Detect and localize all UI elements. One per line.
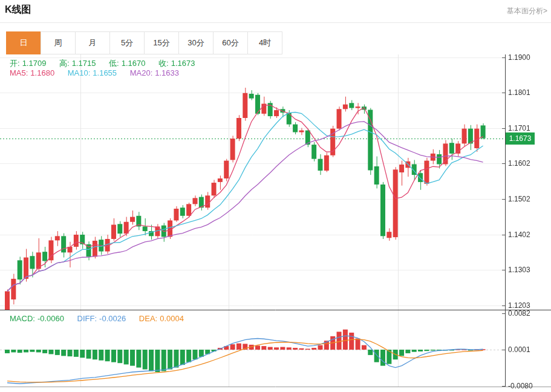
diff-label: DIFF:	[77, 314, 97, 323]
header-divider	[0, 22, 551, 23]
price-axis-tick-label: 1.1701	[508, 124, 530, 132]
open-value: 1.1709	[22, 59, 47, 68]
dea-label: DEA:	[139, 314, 157, 323]
price-axis-tick-label: 1.1303	[508, 266, 530, 274]
interval-tabs: 日周月5分15分30分60分4时	[6, 31, 282, 54]
macd-legend: MACD:-0.0060 DIFF:-0.0026 DEA:0.0004	[10, 314, 195, 323]
price-axis-tick-label: 1.1502	[508, 195, 530, 203]
price-axis-tick-label: 1.1402	[508, 230, 530, 239]
close-value: 1.1673	[171, 59, 195, 68]
ma10-label: MA10:	[68, 68, 91, 77]
tab-week[interactable]: 周	[41, 31, 76, 54]
fundamental-analysis-link[interactable]: 基本面分析>	[507, 6, 547, 16]
dea-value: 0.0004	[160, 314, 184, 323]
ohlc-legend: 开:1.1709 高:1.1715 低:1.1670 收:1.1673	[10, 58, 206, 69]
high-value: 1.1715	[72, 59, 96, 68]
price-axis-tick-label: 1.1900	[508, 53, 530, 62]
tab-60min[interactable]: 60分	[213, 31, 248, 54]
tab-month[interactable]: 月	[75, 31, 110, 54]
ma-legend: MA5:1.1680 MA10:1.1655 MA20:1.1633	[10, 68, 190, 77]
ma20-value: 1.1633	[155, 68, 179, 77]
tab-5min[interactable]: 5分	[109, 31, 145, 54]
tab-4hour[interactable]: 4时	[247, 31, 282, 54]
macd-axis-tick-label: 0.0001	[508, 345, 530, 354]
ma5-value: 1.1680	[30, 68, 54, 77]
ma10-value: 1.1655	[93, 68, 117, 77]
ma20-label: MA20:	[130, 68, 153, 77]
close-label: 收:	[158, 59, 169, 68]
high-label: 高:	[59, 59, 70, 68]
tab-day[interactable]: 日	[6, 31, 41, 54]
macd-label: MACD:	[10, 314, 35, 323]
ma5-label: MA5:	[10, 68, 28, 77]
kline-page: K线图 基本面分析> 日周月5分15分30分60分4时 开:1.1709 高:1…	[0, 0, 551, 392]
current-price-badge: 1.1673	[506, 132, 535, 145]
price-axis-tick-label: 1.1203	[508, 301, 530, 310]
low-label: 低:	[109, 59, 119, 68]
macd-value: -0.0060	[37, 314, 64, 323]
price-axis-tick-label: 1.1602	[508, 159, 530, 168]
open-label: 开:	[10, 59, 20, 68]
low-value: 1.1670	[122, 59, 146, 68]
tab-15min[interactable]: 15分	[144, 31, 179, 54]
diff-value: -0.0026	[99, 314, 126, 323]
price-axis-tick-label: 1.1801	[508, 88, 530, 97]
page-title: K线图	[5, 4, 31, 16]
tab-30min[interactable]: 30分	[178, 31, 214, 54]
macd-axis-tick-label: 0.0082	[508, 309, 530, 318]
macd-axis-tick-label: -0.0080	[508, 382, 533, 390]
